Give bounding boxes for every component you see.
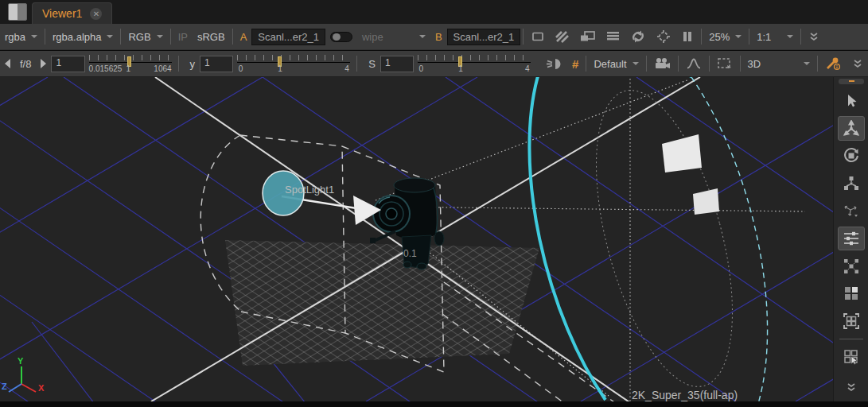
collapse-toolbar-icon[interactable]	[847, 59, 868, 69]
gamma-input[interactable]: 1	[200, 56, 233, 72]
wipe-toggle[interactable]	[325, 32, 357, 42]
scene-3d: SpotLight1 0.1 2K_Super_35(full-ap) Y X …	[0, 77, 833, 401]
divider	[749, 29, 749, 45]
card-geometry-1[interactable]	[662, 134, 702, 172]
gain-stop-label[interactable]: f/8	[15, 58, 36, 70]
wireframe-grid-toggle[interactable]: #	[567, 57, 583, 71]
layer-dropdown[interactable]: rgba.alpha	[48, 31, 118, 43]
input-process-button[interactable]: IP	[173, 31, 193, 43]
light-ring-back[interactable]	[605, 77, 768, 401]
divider	[678, 56, 679, 72]
display-channels-dropdown[interactable]: RGB	[123, 31, 167, 43]
gain-prev-button[interactable]	[0, 59, 15, 68]
spotlight-ground-grid	[225, 240, 539, 366]
axis-transform-tool[interactable]	[838, 199, 865, 223]
divider	[232, 29, 233, 45]
divider	[523, 29, 524, 45]
viewer-toolbar-bottom: f/8 1 0.015625 1 1064 y 1 0 1 4 S 1 0 1 …	[0, 51, 868, 77]
layout-links-tool[interactable]	[838, 254, 865, 278]
divider	[839, 339, 863, 339]
b-buffer-input[interactable]: Scanl...er2_1	[447, 29, 521, 45]
tab-title: Viewer1	[42, 7, 82, 20]
tab-bar: Viewer1 ✕	[0, 0, 868, 24]
divider	[701, 29, 702, 45]
translate-tool[interactable]	[838, 116, 865, 141]
chevron-down-icon	[787, 35, 793, 38]
divider	[800, 29, 801, 45]
viewer-side-toolbar	[833, 77, 868, 401]
overlay-panels-icon[interactable]	[574, 30, 601, 43]
saturation-label: S	[364, 58, 380, 70]
proxy-ratio-dropdown[interactable]: 1:1	[752, 31, 798, 43]
chevron-down-icon	[419, 35, 426, 38]
select-cursor-tool[interactable]	[838, 89, 865, 114]
gamma-slider[interactable]: 0 1 4	[237, 52, 350, 75]
light-ring-front[interactable]	[529, 77, 691, 400]
divider	[120, 29, 121, 45]
quad-view-tool[interactable]	[838, 281, 865, 306]
channels-dropdown[interactable]: rgba	[0, 31, 42, 43]
viewer-toolbar-top: rgba rgba.alpha RGB IP sRGB A Scanl...er…	[0, 24, 868, 50]
divider	[178, 56, 179, 72]
origin-scale-label: 0.1	[403, 248, 417, 259]
gain-region-icon[interactable]	[526, 30, 550, 43]
axis-x-label: X	[38, 383, 45, 393]
divider	[170, 29, 171, 45]
divider	[817, 56, 818, 72]
roi-target-icon[interactable]	[651, 29, 676, 44]
gain-next-button[interactable]	[36, 59, 51, 68]
axis-indicator: Y X Z	[2, 356, 45, 393]
lock-camera-icon[interactable]	[649, 57, 675, 70]
a-buffer-label: A	[235, 31, 252, 43]
rotate-tool[interactable]	[838, 144, 865, 169]
panel-splitter-handle[interactable]	[839, 79, 864, 84]
grid-select-tool[interactable]	[838, 345, 865, 370]
pause-button[interactable]	[676, 30, 699, 43]
divider	[586, 56, 586, 72]
filter-curve-icon[interactable]	[681, 57, 706, 70]
lighting-toggle-icon[interactable]	[540, 58, 567, 70]
viewport-3d[interactable]: SpotLight1 0.1 2K_Super_35(full-ap) Y X …	[0, 77, 833, 401]
saturation-slider[interactable]: 0 1 4	[418, 52, 531, 75]
card-geometry-2[interactable]	[693, 188, 719, 215]
chevron-down-icon	[633, 62, 639, 65]
collapse-sidebar-icon[interactable]	[838, 375, 865, 400]
view-transform-button[interactable]: sRGB	[193, 31, 230, 43]
arrow-right-icon	[41, 59, 46, 68]
zoom-level-dropdown[interactable]: 25%	[704, 31, 746, 43]
marquee-select-icon[interactable]	[712, 57, 738, 70]
chevron-down-icon	[157, 35, 163, 38]
tab-close-icon[interactable]: ✕	[90, 8, 102, 20]
view-mode-dropdown[interactable]: 3D	[743, 58, 815, 70]
gain-input[interactable]: 1	[51, 56, 84, 72]
stack-lines-icon[interactable]	[601, 30, 625, 43]
axis-y-label: Y	[18, 356, 24, 366]
chevron-down-icon	[107, 35, 113, 38]
b-buffer-label: B	[430, 31, 447, 43]
divider	[709, 56, 710, 72]
spotlight-label: SpotLight1	[285, 184, 334, 196]
lut-dropdown[interactable]: Default	[589, 58, 643, 70]
wipe-mode-dropdown[interactable]: wipe	[357, 31, 430, 43]
chevron-down-icon	[735, 35, 741, 38]
scale-hierarchy-tool[interactable]	[838, 171, 865, 196]
wipe-handles-tool[interactable]	[838, 227, 865, 251]
collapse-toolbar-icon[interactable]	[804, 32, 824, 42]
window-bottom-edge	[0, 401, 868, 407]
a-buffer-input[interactable]: Scanl...er2_1	[251, 29, 325, 45]
refresh-icon[interactable]	[625, 29, 651, 44]
gamma-label: y	[185, 58, 200, 70]
tab-viewer1[interactable]: Viewer1 ✕	[32, 2, 112, 24]
divider	[740, 56, 741, 72]
divider	[45, 29, 45, 45]
saturation-input[interactable]: 1	[380, 56, 414, 72]
gain-slider[interactable]: 0.015625 1 1064	[89, 52, 172, 75]
frame-view-tool[interactable]	[838, 308, 865, 333]
format-label: 2K_Super_35(full-ap)	[632, 389, 738, 401]
nuke-viewer-panel: Viewer1 ✕ rgba rgba.alpha RGB IP sRGB A …	[0, 0, 868, 407]
arrow-left-icon	[5, 59, 10, 68]
panel-layout-icon[interactable]	[8, 3, 27, 21]
color-sampler-icon[interactable]	[820, 56, 847, 71]
checkerboard-stripes-icon[interactable]	[550, 30, 574, 43]
divider	[356, 56, 357, 72]
